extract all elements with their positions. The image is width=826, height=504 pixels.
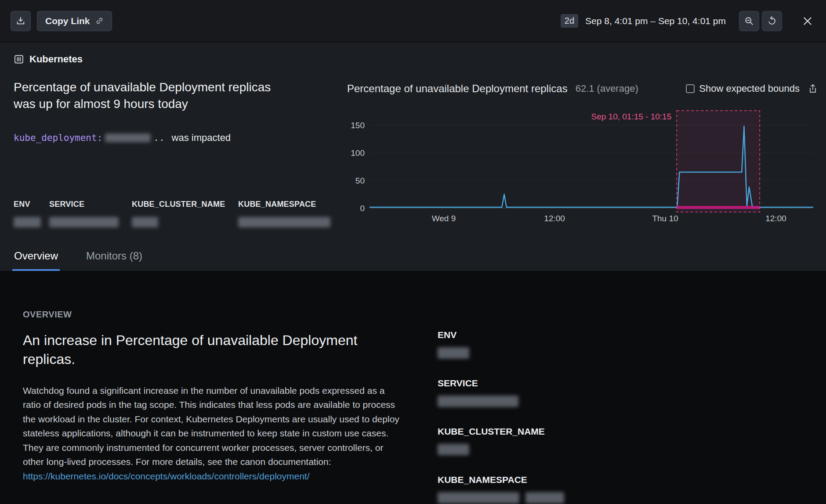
redacted-service-value[interactable] <box>438 396 518 407</box>
tag-col-namespace: KUBE_NAMESPACE <box>238 200 347 227</box>
redacted-env-value[interactable] <box>438 347 469 359</box>
export-button[interactable] <box>11 11 31 31</box>
tab-overview[interactable]: Overview <box>12 250 60 271</box>
detail-field-env: ENV <box>438 330 564 359</box>
overview-panel: OVERVIEW An increase in Percentage of un… <box>0 271 826 504</box>
field-label: SERVICE <box>438 378 564 389</box>
tag-row: ENV SERVICE KUBE_CLUSTER_NAME KUBE_NAMES… <box>14 200 347 227</box>
field-label: ENV <box>438 330 564 340</box>
field-label: KUBE_CLUSTER_NAME <box>438 426 564 437</box>
copy-link-button[interactable]: Copy Link <box>37 11 112 31</box>
svg-text:Wed 9: Wed 9 <box>432 214 456 223</box>
topbar: Copy Link 2d Sep 8, 4:01 pm – Sep 10, 4:… <box>0 0 826 42</box>
chart-average-value: 62.1 (average) <box>576 83 638 94</box>
documentation-link[interactable]: https://kubernetes.io/docs/concepts/work… <box>23 471 310 482</box>
overview-section-label: OVERVIEW <box>23 310 405 320</box>
close-icon <box>802 15 813 27</box>
detail-field-cluster: KUBE_CLUSTER_NAME <box>438 426 564 455</box>
timeseries-chart[interactable]: 050100150Wed 912:00Thu 1012:00Sep 10, 01… <box>347 100 818 236</box>
link-icon <box>95 17 104 25</box>
tag-label: ENV <box>14 200 49 209</box>
impact-tag-key: kube_deployment: <box>14 133 102 143</box>
redacted-service-value[interactable] <box>49 217 119 227</box>
detail-field-namespace: KUBE_NAMESPACE <box>438 475 564 504</box>
chart-title: Percentage of unavailable Deployment rep… <box>347 83 568 95</box>
chart-header: Percentage of unavailable Deployment rep… <box>347 83 818 95</box>
time-range-badge[interactable]: 2d <box>561 14 578 28</box>
redacted-cluster-value[interactable] <box>438 444 469 455</box>
field-label: KUBE_NAMESPACE <box>438 475 564 485</box>
detail-field-service: SERVICE <box>438 378 564 407</box>
tag-col-cluster: KUBE_CLUSTER_NAME <box>132 200 238 227</box>
redacted-deployment-value <box>105 133 151 142</box>
tag-label: SERVICE <box>49 200 132 209</box>
tag-label: KUBE_CLUSTER_NAME <box>132 200 238 209</box>
copy-link-label: Copy Link <box>45 16 90 26</box>
show-expected-bounds-checkbox[interactable] <box>686 84 695 93</box>
kubernetes-integration-icon <box>14 54 24 65</box>
redacted-namespace-value[interactable] <box>238 217 330 227</box>
zoom-out-button[interactable] <box>739 11 759 31</box>
impact-suffix: was impacted <box>172 132 231 144</box>
svg-text:50: 50 <box>355 176 365 185</box>
chart-column: Percentage of unavailable Deployment rep… <box>347 83 818 236</box>
tab-monitors[interactable]: Monitors (8) <box>84 250 144 271</box>
source-row: Kubernetes <box>14 54 818 65</box>
tag-col-service: SERVICE <box>49 200 132 227</box>
svg-text:0: 0 <box>360 204 365 213</box>
reset-time-button[interactable] <box>762 11 782 31</box>
overview-heading: An increase in Percentage of unavailable… <box>23 331 388 369</box>
tab-bar: Overview Monitors (8) <box>0 244 826 271</box>
show-expected-bounds-label: Show expected bounds <box>699 83 800 94</box>
export-chart-icon <box>808 83 818 94</box>
time-controls <box>739 11 782 31</box>
svg-text:12:00: 12:00 <box>765 214 786 223</box>
impact-ellipsis: .. <box>153 133 164 143</box>
alert-text-column: Percentage of unavailable Deployment rep… <box>14 65 347 236</box>
svg-text:Sep 10, 01:15 - 10:15: Sep 10, 01:15 - 10:15 <box>591 112 671 121</box>
timeseries-plot: 050100150Wed 912:00Thu 1012:00Sep 10, 01… <box>347 100 817 234</box>
tag-col-env: ENV <box>14 200 49 227</box>
alert-summary: Kubernetes Percentage of unavailable Dep… <box>0 42 826 244</box>
svg-text:100: 100 <box>351 148 365 158</box>
alert-headline: Percentage of unavailable Deployment rep… <box>14 79 295 112</box>
svg-text:12:00: 12:00 <box>544 214 565 223</box>
details-column: ENV SERVICE KUBE_CLUSTER_NAME KUBE_NAMES… <box>438 310 564 504</box>
date-range[interactable]: Sep 8, 4:01 pm – Sep 10, 4:01 pm <box>585 16 726 26</box>
tray-download-icon <box>16 16 25 26</box>
redacted-namespace-value[interactable] <box>525 492 564 504</box>
export-chart-button[interactable] <box>808 83 818 94</box>
reset-icon <box>767 16 777 26</box>
close-button[interactable] <box>799 12 816 30</box>
zoom-out-icon <box>744 16 754 26</box>
redacted-env-value[interactable] <box>14 217 41 227</box>
source-title: Kubernetes <box>29 54 83 65</box>
redacted-cluster-value[interactable] <box>132 217 158 227</box>
redacted-namespace-value[interactable] <box>438 492 519 504</box>
svg-text:Thu 10: Thu 10 <box>652 214 678 223</box>
watchdog-alert-panel: Copy Link 2d Sep 8, 4:01 pm – Sep 10, 4:… <box>0 0 826 504</box>
overview-body: Watchdog found a significant increase in… <box>23 384 400 469</box>
impact-line: kube_deployment: .. was impacted <box>14 132 347 144</box>
tag-label: KUBE_NAMESPACE <box>238 200 347 209</box>
overview-text-column: OVERVIEW An increase in Percentage of un… <box>23 310 405 504</box>
svg-text:150: 150 <box>351 121 365 130</box>
